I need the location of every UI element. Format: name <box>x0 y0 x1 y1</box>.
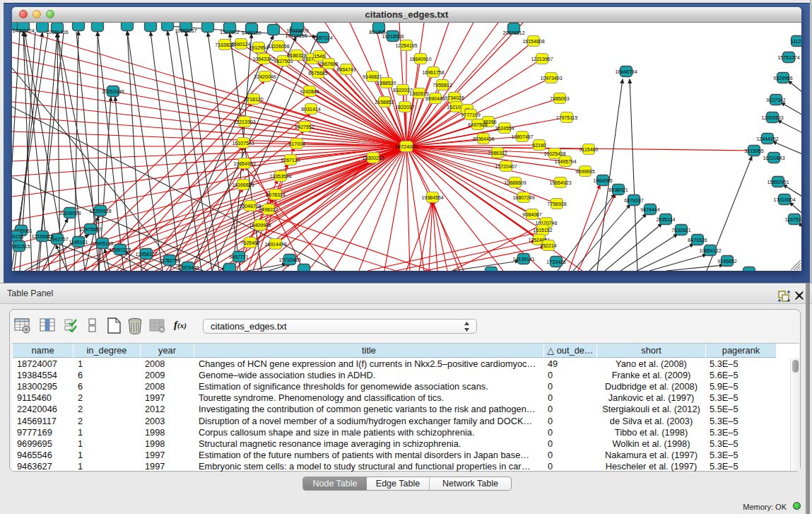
svg-text:6879197: 6879197 <box>624 198 643 203</box>
svg-text:10719155: 10719155 <box>285 33 307 38</box>
svg-text:20876512: 20876512 <box>502 30 524 35</box>
svg-text:11123: 11123 <box>791 39 801 44</box>
svg-text:13958127: 13958127 <box>135 252 157 257</box>
svg-text:9329966: 9329966 <box>773 76 792 81</box>
svg-text:16154808: 16154808 <box>522 39 544 44</box>
svg-text:8675685: 8675685 <box>308 71 327 76</box>
svg-text:9457771: 9457771 <box>229 255 248 259</box>
svg-text:9474444: 9474444 <box>640 207 659 212</box>
svg-text:8912954: 8912954 <box>249 45 268 50</box>
svg-text:9827505: 9827505 <box>273 59 293 64</box>
svg-text:9734028: 9734028 <box>445 95 464 100</box>
svg-text:9245652: 9245652 <box>717 259 736 264</box>
svg-text:16648784: 16648784 <box>615 69 637 74</box>
svg-text:1964095: 1964095 <box>593 178 612 183</box>
svg-text:19384554: 19384554 <box>421 195 443 200</box>
svg-text:16046708: 16046708 <box>239 204 261 209</box>
svg-text:10653267: 10653267 <box>175 28 196 33</box>
svg-text:12254195: 12254195 <box>395 43 417 48</box>
svg-text:16033809: 16033809 <box>286 28 308 33</box>
svg-text:16210643: 16210643 <box>763 156 784 160</box>
svg-text:16782759: 16782759 <box>158 258 180 263</box>
svg-text:16914479: 16914479 <box>264 242 286 247</box>
svg-text:7357224: 7357224 <box>313 35 332 40</box>
svg-text:19654933: 19654933 <box>233 161 255 166</box>
svg-text:9699695: 9699695 <box>575 169 594 174</box>
svg-text:2935114: 2935114 <box>657 217 676 222</box>
svg-text:1167531: 1167531 <box>785 217 801 222</box>
svg-text:15720407: 15720407 <box>495 164 517 169</box>
svg-text:439151: 439151 <box>12 234 24 239</box>
svg-text:17957225: 17957225 <box>109 247 131 252</box>
svg-text:3624554: 3624554 <box>495 126 514 131</box>
svg-text:9242848: 9242848 <box>300 89 319 94</box>
svg-text:17359928: 17359928 <box>89 209 111 214</box>
svg-text:1733426: 1733426 <box>546 259 565 264</box>
svg-text:7756928: 7756928 <box>547 201 566 206</box>
svg-text:10975657: 10975657 <box>79 227 101 232</box>
svg-text:12093533: 12093533 <box>761 115 783 120</box>
svg-text:16107543: 16107543 <box>232 141 254 146</box>
svg-text:10807487: 10807487 <box>511 134 533 139</box>
svg-text:3267130: 3267130 <box>281 158 300 163</box>
svg-text:13931515: 13931515 <box>12 244 30 249</box>
svg-text:15300215: 15300215 <box>362 156 384 160</box>
svg-text:7632621: 7632621 <box>671 228 690 233</box>
svg-text:1362615: 1362615 <box>409 91 428 96</box>
svg-text:17975115: 17975115 <box>556 115 578 120</box>
svg-text:10688609: 10688609 <box>504 180 526 185</box>
svg-text:19166825: 19166825 <box>232 182 254 187</box>
svg-text:13495794: 13495794 <box>554 159 576 164</box>
svg-text:20364436: 20364436 <box>472 136 494 141</box>
svg-text:7955812: 7955812 <box>433 83 452 88</box>
svg-text:53226058: 53226058 <box>267 44 289 49</box>
svg-text:2158852: 2158852 <box>375 100 394 105</box>
svg-text:18724007: 18724007 <box>394 144 418 150</box>
svg-text:1145191: 1145191 <box>69 240 88 245</box>
svg-text:8454749: 8454749 <box>336 67 355 72</box>
svg-text:18807249: 18807249 <box>512 195 534 200</box>
svg-text:16409948: 16409948 <box>249 223 271 228</box>
svg-text:19218506: 19218506 <box>382 34 404 39</box>
svg-text:9227342: 9227342 <box>766 98 785 103</box>
svg-text:1615152: 1615152 <box>533 228 552 233</box>
svg-text:14136141: 14136141 <box>512 257 534 262</box>
svg-text:13353594: 13353594 <box>269 174 291 179</box>
svg-text:2718120: 2718120 <box>244 97 263 102</box>
svg-text:10654122: 10654122 <box>699 248 721 253</box>
svg-text:62160: 62160 <box>532 143 546 148</box>
svg-text:6466160: 6466160 <box>242 30 261 35</box>
svg-text:12213303: 12213303 <box>233 119 255 124</box>
svg-text:12156819: 12156819 <box>31 234 53 239</box>
svg-text:7625402: 7625402 <box>240 240 259 245</box>
svg-text:8471626: 8471626 <box>688 238 707 243</box>
svg-text:9115460: 9115460 <box>579 147 599 152</box>
svg-text:1546: 1546 <box>314 54 325 59</box>
svg-text:12444152: 12444152 <box>756 136 778 141</box>
svg-text:8427552: 8427552 <box>295 124 314 129</box>
svg-text:10973493: 10973493 <box>540 76 562 81</box>
svg-text:3215955: 3215955 <box>744 148 763 153</box>
svg-text:12213967: 12213967 <box>531 57 553 62</box>
svg-text:252214: 252214 <box>540 243 556 248</box>
svg-text:1588520: 1588520 <box>377 81 396 86</box>
svg-text:2867608: 2867608 <box>319 62 338 66</box>
svg-text:15692951: 15692951 <box>767 180 789 185</box>
svg-text:15751074: 15751074 <box>777 55 799 60</box>
svg-text:7986322: 7986322 <box>488 151 507 156</box>
svg-text:1527602: 1527602 <box>220 30 239 35</box>
svg-text:9084067: 9084067 <box>522 212 541 217</box>
svg-text:17016504: 17016504 <box>773 197 795 202</box>
svg-text:9777109: 9777109 <box>461 112 480 117</box>
svg-text:16961758: 16961758 <box>422 70 444 75</box>
svg-text:15710485: 15710485 <box>278 257 300 262</box>
svg-text:8990448: 8990448 <box>425 96 445 101</box>
svg-text:9146821: 9146821 <box>363 74 382 79</box>
svg-text:18640910: 18640910 <box>409 57 431 62</box>
svg-text:8660124: 8660124 <box>231 42 250 47</box>
svg-text:10543342: 10543342 <box>252 57 274 62</box>
svg-text:817004: 817004 <box>288 141 305 146</box>
svg-text:7485003: 7485003 <box>550 96 569 101</box>
svg-text:22420046: 22420046 <box>254 74 276 79</box>
svg-text:9498222: 9498222 <box>259 207 278 212</box>
